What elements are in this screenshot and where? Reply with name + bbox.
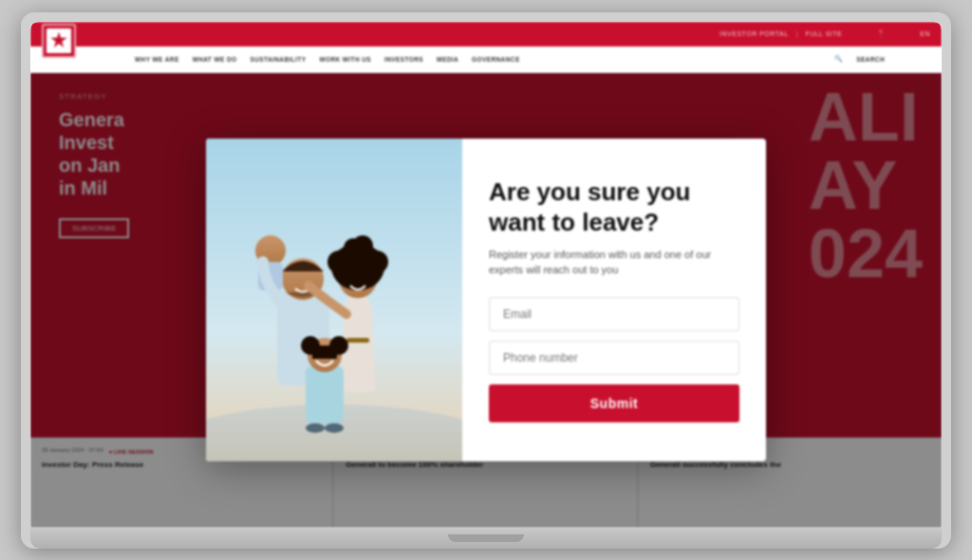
- investor-portal-link[interactable]: INVESTOR PORTAL: [720, 30, 788, 37]
- full-site-link[interactable]: FULL SITE: [805, 30, 842, 37]
- search-icon[interactable]: 🔍: [834, 55, 843, 63]
- language-selector[interactable]: EN: [920, 30, 930, 37]
- modal-form-content: Are you sure you want to leave? Register…: [462, 139, 766, 461]
- svg-rect-13: [306, 366, 344, 423]
- laptop-base: [30, 528, 942, 549]
- nav-investors[interactable]: INVESTORS: [384, 56, 423, 63]
- svg-rect-6: [346, 338, 369, 343]
- svg-point-12: [352, 235, 373, 256]
- modal-overlay: Are you sure you want to leave? Register…: [30, 73, 942, 528]
- nav-sustainability[interactable]: SUSTAINABILITY: [250, 56, 306, 63]
- website-background: INVESTOR PORTAL | FULL SITE 📍 EN: [30, 22, 942, 528]
- submit-button[interactable]: Submit: [489, 384, 739, 422]
- exit-intent-modal: Are you sure you want to leave? Register…: [206, 139, 766, 461]
- nav-work-with-us[interactable]: WORK WITH US: [319, 56, 371, 63]
- svg-rect-17: [312, 345, 337, 359]
- top-red-bar: INVESTOR PORTAL | FULL SITE 📍 EN: [30, 22, 942, 47]
- logo-icon: [50, 32, 67, 49]
- email-input[interactable]: [489, 297, 739, 331]
- laptop-screen: INVESTOR PORTAL | FULL SITE 📍 EN: [30, 22, 942, 528]
- modal-title: Are you sure you want to leave?: [489, 177, 739, 236]
- modal-subtitle: Register your information with us and on…: [489, 247, 739, 278]
- phone-input[interactable]: [489, 341, 739, 375]
- nav-bar: WHY WE ARE WHAT WE DO SUSTAINABILITY WOR…: [30, 47, 942, 73]
- laptop-shell: INVESTOR PORTAL | FULL SITE 📍 EN: [21, 12, 951, 549]
- modal-family-image: [206, 139, 462, 461]
- nav-media[interactable]: MEDIA: [437, 56, 458, 63]
- svg-point-19: [325, 423, 344, 433]
- nav-governance[interactable]: GOVERNANCE: [472, 56, 520, 63]
- svg-point-18: [306, 423, 325, 433]
- location-icon: 📍: [876, 29, 886, 38]
- nav-why-we-are[interactable]: WHY WE ARE: [135, 56, 179, 63]
- laptop-notch: [448, 534, 524, 542]
- search-label[interactable]: SEARCH: [856, 56, 885, 63]
- logo[interactable]: [42, 24, 76, 58]
- nav-what-we-do[interactable]: WHAT WE DO: [193, 56, 237, 63]
- main-content-area: STRATEGY Genera Invest on Jan in Mil SUB…: [30, 73, 942, 528]
